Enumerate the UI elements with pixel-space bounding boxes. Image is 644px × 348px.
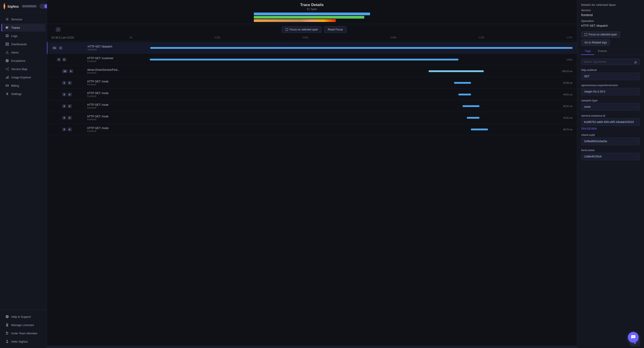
sidebar-header: S SigNoz ENTERPRISE xyxy=(0,0,47,13)
span-bar xyxy=(150,47,572,49)
table-row[interactable]: 3 ▶ HTTP GET: /route frontend 60.09 ms xyxy=(47,77,577,89)
tag-search[interactable] xyxy=(581,59,640,65)
span-bar xyxy=(471,128,488,130)
panel-buttons: Focus on selected span Go to Related log… xyxy=(577,30,644,48)
sidebar-label-settings: Settings xyxy=(11,92,22,96)
tag-name: client-uuid xyxy=(577,133,644,137)
span-bar xyxy=(429,70,484,72)
table-row[interactable]: 51 ▶ HTTP GET /dispatch frontend 1.57 s xyxy=(47,42,577,54)
span-info: HTTP GET: /route frontend xyxy=(87,92,150,97)
services-icon xyxy=(5,18,9,21)
span-indent: 4 ▶ xyxy=(57,58,87,61)
focus-selected-span-button[interactable]: Focus on selected span xyxy=(282,26,322,33)
span-expand-button[interactable]: ▶ xyxy=(59,46,62,50)
sidebar-item-invite[interactable]: Invite Team Member xyxy=(1,329,46,337)
span-expand-button[interactable]: ▶ xyxy=(68,93,72,96)
tag-value-box: 3cf9ed6931e0ad3a › xyxy=(581,137,640,145)
span-expand-button[interactable]: ▶ xyxy=(68,116,72,120)
sidebar-item-hello[interactable]: Hello SigNoz xyxy=(1,337,46,345)
span-duration: 1.57 s xyxy=(566,47,572,49)
tab-tags-label: Tags xyxy=(585,49,591,53)
spans-container[interactable]: 51 ▶ HTTP GET /dispatch frontend 1.57 s … xyxy=(47,42,577,346)
span-expand-button[interactable]: ▶ xyxy=(62,58,66,61)
span-indent: 3 ▶ xyxy=(62,81,87,85)
timeline-scale: 0s 0.30s 0.60s 0.90s 1.20s 1.57s xyxy=(130,35,572,40)
trace-title: Trace Details xyxy=(52,3,572,7)
tags-panel-body: http.method GET › opencensus.exporterver… xyxy=(577,67,644,338)
table-row[interactable]: 3 ▶ HTTP GET: /route frontend 58.31 ms xyxy=(47,100,577,112)
sidebar-label-invite: Invite Team Member xyxy=(11,332,38,335)
tag-value-box: Jaeger-Go-2.30.0 › xyxy=(581,88,640,95)
dashboards-icon xyxy=(5,42,9,46)
table-row[interactable]: 3 ▶ HTTP GET: /route frontend 44.01 ms xyxy=(47,89,577,100)
tag-arrow-icon: › xyxy=(636,90,637,93)
svg-rect-4 xyxy=(8,44,9,46)
add-span-button[interactable]: + xyxy=(56,27,60,32)
sidebar-item-exceptions[interactable]: Exceptions xyxy=(1,57,46,65)
table-row[interactable]: 16 ▶ /driver.DriverService/Find... front… xyxy=(47,65,577,77)
sidebar-item-settings[interactable]: Settings xyxy=(1,90,46,98)
focus-panel-icon xyxy=(584,33,587,36)
sidebar-label-help: Help & Support xyxy=(11,315,31,318)
svg-point-0 xyxy=(6,19,8,20)
tab-events[interactable]: Events xyxy=(594,48,610,55)
search-icon xyxy=(634,60,638,63)
span-expand-button[interactable]: ▶ xyxy=(69,69,73,73)
licenses-icon xyxy=(5,323,9,327)
tag-search-input[interactable] xyxy=(584,60,632,63)
span-service: frontend xyxy=(87,106,150,109)
span-info: HTTP GET: /route frontend xyxy=(87,80,150,86)
view-full-value-link[interactable]: View full value xyxy=(577,126,644,130)
sidebar-item-help[interactable]: Help & Support xyxy=(1,313,46,321)
scale-030s: 0.30s xyxy=(214,36,220,39)
span-expand-button[interactable]: ▶ xyxy=(68,104,72,108)
span-service: frontend xyxy=(87,95,150,97)
table-row[interactable]: 3 ▶ HTTP GET: /route frontend 45.91 ms xyxy=(47,112,577,124)
sidebar-label-exceptions: Exceptions xyxy=(11,59,26,63)
span-expand-button[interactable]: ▶ xyxy=(68,81,72,85)
focus-span-panel-button[interactable]: Focus on selected span xyxy=(581,31,620,38)
span-bar xyxy=(454,82,471,84)
sidebar-item-dashboards[interactable]: Dashboards xyxy=(1,40,46,48)
sidebar-label-service-map: Service Map xyxy=(11,67,27,71)
sidebar: S SigNoz ENTERPRISE Services Traces Logs… xyxy=(0,0,47,348)
tag-section: sampler.type const › xyxy=(577,98,644,111)
span-count: 3 xyxy=(62,128,66,131)
sidebar-item-traces[interactable]: Traces xyxy=(1,24,46,32)
sidebar-item-logs[interactable]: Logs xyxy=(1,32,46,40)
span-indent: 3 ▶ xyxy=(62,128,87,131)
sidebar-item-services[interactable]: Services xyxy=(1,15,46,23)
chat-fab[interactable] xyxy=(628,332,639,343)
sidebar-item-licenses[interactable]: Manage Licenses xyxy=(1,321,46,329)
span-count: 4 xyxy=(57,58,61,61)
span-indent: 3 ▶ xyxy=(62,116,87,120)
span-name: HTTP GET: /route xyxy=(87,103,150,106)
svg-point-7 xyxy=(8,70,9,71)
user-icon xyxy=(5,340,9,343)
sidebar-item-service-map[interactable]: Service Map xyxy=(1,65,46,73)
span-count: 3 xyxy=(62,116,66,120)
trace-subtitle: 51 Span xyxy=(52,8,572,11)
exceptions-icon xyxy=(5,59,9,63)
table-row[interactable]: 4 ▶ HTTP GET: /customer frontend 1.16 s xyxy=(47,54,577,65)
related-logs-button[interactable]: Go to Related logs xyxy=(581,39,610,46)
span-bar-area: 45.91 ms xyxy=(150,114,572,121)
tag-value-box: c1b8e45155c6 › xyxy=(581,153,640,160)
tag-value-box: GET › xyxy=(581,73,640,80)
reset-focus-button[interactable]: Reset Focus xyxy=(324,26,346,33)
scale-120s: 1.20s xyxy=(478,36,484,39)
span-name: HTTP GET: /route xyxy=(87,80,150,83)
table-row[interactable]: 3 ▶ HTTP GET: /route frontend 68.70 ms xyxy=(47,124,577,135)
tag-arrow-icon: › xyxy=(636,155,637,158)
tab-tags[interactable]: Tags xyxy=(581,48,594,55)
sidebar-item-billing[interactable]: Billing xyxy=(1,82,46,90)
scale-157s: 1.57s xyxy=(566,36,572,39)
span-service: frontend xyxy=(87,71,150,74)
sidebar-item-usage-explorer[interactable]: Usage Explorer xyxy=(1,73,46,81)
scroll-area[interactable] xyxy=(47,346,577,348)
span-expand-button[interactable]: ▶ xyxy=(68,128,72,131)
sidebar-item-alerts[interactable]: Alerts xyxy=(1,48,46,56)
svg-rect-2 xyxy=(8,43,9,44)
span-info: HTTP GET: /route frontend xyxy=(87,115,150,121)
span-bar-area: 1.16 s xyxy=(150,56,572,63)
